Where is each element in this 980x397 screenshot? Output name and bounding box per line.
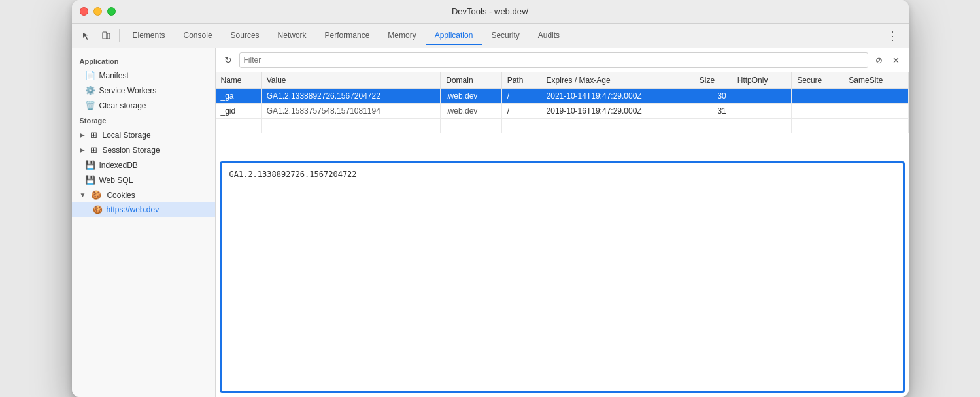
cell-col-size: 30 — [694, 89, 732, 104]
col-header-path[interactable]: Path — [501, 72, 541, 89]
tab-elements[interactable]: Elements — [124, 27, 175, 45]
cell-col-domain: .web.dev — [441, 89, 501, 104]
sidebar-item-cookies-group[interactable]: ▼ 🍪 Cookies — [72, 187, 215, 202]
sidebar-section-storage: Storage — [72, 113, 215, 127]
tab-performance[interactable]: Performance — [316, 27, 379, 45]
filter-input[interactable] — [239, 52, 868, 68]
indexeddb-icon: 💾 — [85, 160, 95, 170]
local-storage-expand-arrow: ▶ — [80, 131, 85, 138]
devtools-window: DevTools - web.dev/ Elements Console Sou… — [72, 0, 909, 397]
cell-col-name: _ga — [216, 89, 262, 104]
table-header-row: Name Value Domain Path Expires / Max-Age… — [216, 72, 909, 89]
tab-console[interactable]: Console — [175, 27, 222, 45]
cell-col-path: / — [501, 104, 541, 119]
cell-col-path: / — [501, 89, 541, 104]
sidebar-item-clear-storage[interactable]: 🗑️ Clear storage — [72, 98, 215, 113]
tab-security[interactable]: Security — [482, 27, 528, 45]
cell-col-size: 31 — [694, 104, 732, 119]
table-row[interactable]: _gidGA1.2.1583757548.1571081194.web.dev/… — [216, 104, 909, 119]
cell-col-httponly — [732, 89, 791, 104]
svg-rect-0 — [103, 32, 107, 39]
table-row[interactable]: _gaGA1.2.1338892726.1567204722.web.dev/2… — [216, 89, 909, 104]
tab-application[interactable]: Application — [426, 27, 482, 45]
col-header-domain[interactable]: Domain — [441, 72, 501, 89]
cookies-expand-arrow: ▼ — [80, 191, 86, 198]
cookie-detail-panel: GA1.2.1338892726.1567204722 — [220, 161, 905, 393]
col-header-expires[interactable]: Expires / Max-Age — [541, 72, 694, 89]
col-header-secure[interactable]: Secure — [792, 72, 843, 89]
cell-col-value: GA1.2.1338892726.1567204722 — [261, 89, 441, 104]
service-workers-icon: ⚙️ — [85, 86, 95, 95]
cell-col-httponly — [732, 104, 791, 119]
inspect-element-button[interactable] — [77, 27, 95, 45]
col-header-name[interactable]: Name — [216, 72, 262, 89]
sidebar-item-session-storage[interactable]: ▶ ⊞ Session Storage — [72, 142, 215, 157]
col-header-size[interactable]: Size — [694, 72, 732, 89]
sidebar-item-web-sql-label: Web SQL — [99, 176, 133, 185]
cookies-webdev-icon: 🍪 — [93, 205, 103, 214]
sidebar-item-service-workers[interactable]: ⚙️ Service Workers — [72, 83, 215, 98]
sidebar-item-local-storage-label: Local Storage — [103, 131, 151, 140]
cell-col-value: GA1.2.1583757548.1571081194 — [261, 104, 441, 119]
cookie-table: Name Value Domain Path Expires / Max-Age… — [216, 72, 909, 133]
window-title: DevTools - web.dev/ — [452, 7, 528, 16]
cell-col-expires: 2019-10-16T19:47:29.000Z — [541, 104, 694, 119]
col-header-samesite[interactable]: SameSite — [843, 72, 908, 89]
tab-audits[interactable]: Audits — [529, 27, 569, 45]
tab-sources[interactable]: Sources — [222, 27, 269, 45]
sidebar-section-application: Application — [72, 54, 215, 68]
local-storage-grid-icon: ⊞ — [90, 130, 97, 140]
empty-row — [216, 119, 909, 133]
cookies-group-icon: 🍪 — [91, 190, 101, 200]
minimize-button[interactable] — [93, 7, 102, 16]
cookie-toolbar-actions: ⊘ ✕ — [872, 53, 904, 67]
cell-col-domain: .web.dev — [441, 104, 501, 119]
cookie-detail-value: GA1.2.1338892726.1567204722 — [229, 170, 895, 179]
tab-network[interactable]: Network — [269, 27, 316, 45]
device-icon — [101, 31, 110, 40]
tab-memory[interactable]: Memory — [379, 27, 425, 45]
toolbar-separator — [119, 29, 120, 42]
sidebar-item-cookies-webdev[interactable]: 🍪 https://web.dev — [72, 202, 215, 217]
sidebar-item-local-storage[interactable]: ▶ ⊞ Local Storage — [72, 127, 215, 142]
sidebar-item-cookies-webdev-label: https://web.dev — [107, 205, 160, 214]
clear-storage-icon: 🗑️ — [85, 101, 95, 110]
cookie-toolbar: ↻ ⊘ ✕ — [216, 48, 909, 72]
web-sql-icon: 💾 — [85, 175, 95, 185]
cell-col-expires: 2021-10-14T19:47:29.000Z — [541, 89, 694, 104]
col-header-value[interactable]: Value — [261, 72, 441, 89]
col-header-httponly[interactable]: HttpOnly — [732, 72, 791, 89]
manifest-icon: 📄 — [85, 71, 95, 80]
main-layout: Application 📄 Manifest ⚙️ Service Worker… — [72, 48, 909, 397]
cell-col-samesite — [843, 89, 908, 104]
toolbar-tabs: Elements Console Sources Network Perform… — [124, 27, 880, 45]
sidebar-item-manifest[interactable]: 📄 Manifest — [72, 68, 215, 83]
sidebar-item-cookies-label: Cookies — [107, 191, 135, 200]
sidebar-item-service-workers-label: Service Workers — [99, 86, 157, 95]
cell-col-secure — [792, 89, 843, 104]
more-tabs-button[interactable]: ⋮ — [881, 26, 904, 46]
sidebar-item-indexeddb-label: IndexedDB — [99, 161, 138, 170]
svg-rect-1 — [107, 33, 110, 39]
block-cookies-button[interactable]: ⊘ — [872, 53, 887, 67]
sidebar-item-web-sql[interactable]: 💾 Web SQL — [72, 172, 215, 187]
refresh-cookies-button[interactable]: ↻ — [221, 53, 235, 67]
session-storage-expand-arrow: ▶ — [80, 146, 85, 153]
devtools-toolbar: Elements Console Sources Network Perform… — [72, 24, 909, 48]
cookie-table-container: Name Value Domain Path Expires / Max-Age… — [216, 72, 909, 157]
close-button[interactable] — [80, 7, 88, 16]
sidebar-item-clear-storage-label: Clear storage — [99, 101, 146, 110]
cell-col-samesite — [843, 104, 908, 119]
sidebar-item-manifest-label: Manifest — [99, 71, 129, 80]
cell-col-secure — [792, 104, 843, 119]
title-bar: DevTools - web.dev/ — [72, 0, 909, 24]
sidebar-item-indexeddb[interactable]: 💾 IndexedDB — [72, 157, 215, 172]
cursor-icon — [82, 31, 91, 40]
sidebar: Application 📄 Manifest ⚙️ Service Worker… — [72, 48, 216, 397]
maximize-button[interactable] — [107, 7, 116, 16]
traffic-lights — [80, 7, 116, 16]
content-area: ↻ ⊘ ✕ Name Value Domain Path — [216, 48, 909, 397]
session-storage-grid-icon: ⊞ — [90, 145, 97, 155]
device-toolbar-button[interactable] — [97, 27, 115, 45]
clear-cookies-button[interactable]: ✕ — [889, 53, 904, 67]
